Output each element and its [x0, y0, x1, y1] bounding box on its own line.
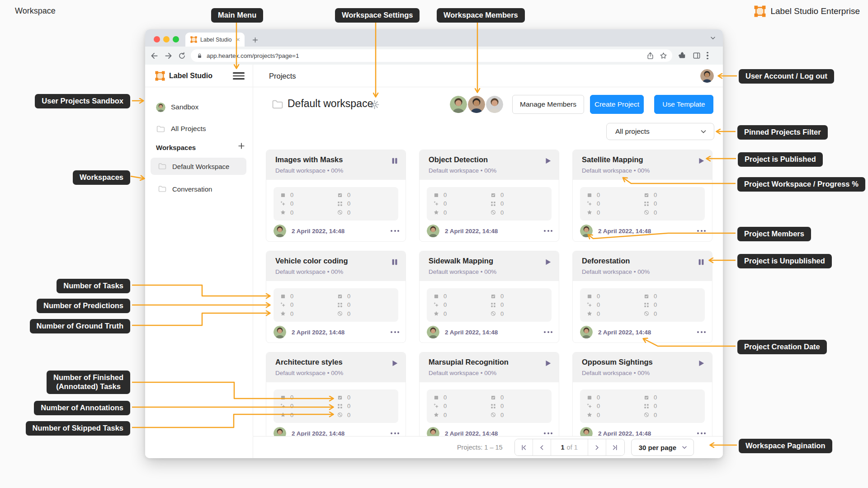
- project-card[interactable]: Architecture styles Default workspace • …: [266, 352, 406, 444]
- app-logo: Label Studio: [145, 65, 253, 87]
- tab-close-icon[interactable]: [235, 37, 241, 42]
- create-project-button[interactable]: Create Project: [590, 95, 644, 114]
- tasks-icon: [433, 192, 439, 198]
- more-options-icon[interactable]: [391, 331, 399, 333]
- user-account-avatar[interactable]: [700, 69, 714, 83]
- sidebar-item-sandbox[interactable]: Sandbox: [145, 100, 253, 114]
- project-card[interactable]: Opposum Sightings Default workspace • 00…: [572, 352, 712, 444]
- minimize-window-button[interactable]: [163, 36, 170, 42]
- reload-icon[interactable]: [178, 52, 186, 60]
- current-page: 1: [561, 444, 564, 451]
- per-page-dropdown[interactable]: 30 per page: [631, 439, 694, 456]
- maximize-window-button[interactable]: [173, 36, 179, 42]
- stat-value: 0: [500, 301, 504, 308]
- add-workspace-icon[interactable]: [237, 141, 246, 150]
- browser-tab[interactable]: Label Studio: [185, 33, 245, 47]
- annotations-count: 0: [490, 199, 547, 208]
- main-menu-hamburger-icon[interactable]: [233, 72, 245, 80]
- tasks-icon: [433, 293, 439, 300]
- browser-menu-icon[interactable]: [707, 52, 708, 60]
- next-page-button[interactable]: [588, 439, 606, 455]
- more-options-icon[interactable]: [544, 331, 552, 333]
- project-card[interactable]: Object Detection Default workspace • 00%…: [419, 150, 559, 242]
- stat-value: 0: [597, 192, 600, 198]
- more-options-icon[interactable]: [697, 432, 706, 434]
- member-avatar[interactable]: [468, 96, 485, 113]
- workspace-settings-gear-icon[interactable]: [369, 99, 380, 110]
- last-page-button[interactable]: [606, 439, 624, 455]
- workspace-folder-icon: [271, 98, 284, 111]
- address-bar[interactable]: app.heartex.com/projects?page=1: [191, 49, 672, 62]
- project-card[interactable]: Satellite Mapping Default workspace • 00…: [572, 150, 712, 242]
- project-card-header: Architecture styles Default workspace • …: [266, 352, 406, 382]
- project-card[interactable]: Deforestation Default workspace • 00% 0 …: [572, 251, 712, 343]
- skipped-tasks-count: 0: [337, 310, 394, 318]
- pagination: 1 of 1: [514, 439, 625, 456]
- sidebar-item-all-projects[interactable]: All Projects: [145, 122, 253, 136]
- app-header: Label Studio Projects: [145, 65, 723, 87]
- project-card[interactable]: Marsupial Recognition Default workspace …: [419, 352, 559, 444]
- annotations-count: 0: [490, 300, 547, 309]
- more-options-icon[interactable]: [544, 432, 552, 434]
- avatar: [274, 326, 286, 338]
- share-icon[interactable]: [646, 52, 655, 60]
- stat-value: 0: [597, 209, 600, 216]
- workspace-pagination-bar: Projects: 1 – 15 1 of 1 30 per page: [253, 436, 723, 458]
- project-creation-date: 2 April 2022, 14:48: [598, 329, 651, 336]
- project-card[interactable]: Vehicle color coding Default workspace •…: [266, 251, 406, 343]
- close-window-button[interactable]: [154, 36, 160, 42]
- avatar: [427, 225, 439, 237]
- member-avatar[interactable]: [486, 96, 503, 113]
- tasks-icon: [280, 394, 286, 401]
- play-icon: [390, 359, 399, 368]
- first-page-button[interactable]: [515, 439, 533, 455]
- stat-value: 0: [443, 209, 447, 216]
- project-workspace-progress: Default workspace • 00%: [275, 370, 398, 376]
- finished-tasks-icon: [337, 293, 343, 300]
- annotations-count: 0: [337, 199, 394, 208]
- use-template-button[interactable]: Use Template: [654, 95, 713, 114]
- more-options-icon[interactable]: [697, 331, 706, 333]
- tab-search-chevron-icon[interactable]: [709, 34, 717, 42]
- project-card[interactable]: Sidewalk Mapping Default workspace • 00%…: [419, 251, 559, 343]
- ground-truth-count: 0: [586, 208, 643, 217]
- sidebar-item-default-workspace[interactable]: Default Workspace: [151, 158, 246, 175]
- predictions-icon: [433, 201, 439, 207]
- callout-number-of-finished-line1: Number of Finished: [53, 373, 123, 382]
- side-panel-icon[interactable]: [692, 51, 701, 60]
- callout-pinned-projects-filter: Pinned Projects Filter: [737, 125, 828, 140]
- chevron-down-icon: [699, 127, 708, 136]
- annotations-icon: [643, 403, 650, 409]
- pinned-projects-filter[interactable]: All projects: [606, 123, 714, 140]
- project-stats: 0 0 0 0 0 0: [580, 389, 705, 423]
- previous-page-button[interactable]: [533, 439, 551, 455]
- more-options-icon[interactable]: [391, 432, 399, 434]
- project-card[interactable]: Images with Masks Default workspace • 00…: [266, 150, 406, 242]
- more-options-icon[interactable]: [391, 230, 399, 232]
- project-card-header: Satellite Mapping Default workspace • 00…: [573, 150, 712, 180]
- sidebar-item-conversation[interactable]: Conversation: [151, 180, 246, 197]
- project-creator-avatar: [427, 326, 439, 338]
- manage-members-button[interactable]: Manage Members: [512, 95, 584, 114]
- predictions-count: 0: [433, 199, 490, 208]
- stat-value: 0: [500, 412, 504, 418]
- more-options-icon[interactable]: [544, 230, 552, 232]
- back-icon[interactable]: [150, 51, 159, 61]
- new-tab-button[interactable]: [250, 34, 260, 45]
- callout-number-of-tasks: Number of Tasks: [57, 279, 130, 293]
- stat-value: 0: [654, 293, 657, 300]
- finished-tasks-icon: [490, 394, 496, 401]
- finished-tasks-count: 0: [337, 191, 394, 199]
- project-creator-avatar: [274, 326, 286, 338]
- bookmark-star-icon[interactable]: [659, 52, 668, 60]
- forward-icon[interactable]: [164, 51, 173, 61]
- member-avatar[interactable]: [450, 96, 467, 113]
- skipped-tasks-count: 0: [643, 310, 700, 318]
- more-options-icon[interactable]: [697, 230, 706, 232]
- annotations-icon: [337, 201, 343, 207]
- stat-value: 0: [443, 301, 447, 308]
- ground-truth-icon: [433, 209, 439, 216]
- extensions-puzzle-icon[interactable]: [678, 51, 687, 60]
- tasks-count: 0: [433, 393, 490, 402]
- skipped-tasks-icon: [490, 412, 496, 418]
